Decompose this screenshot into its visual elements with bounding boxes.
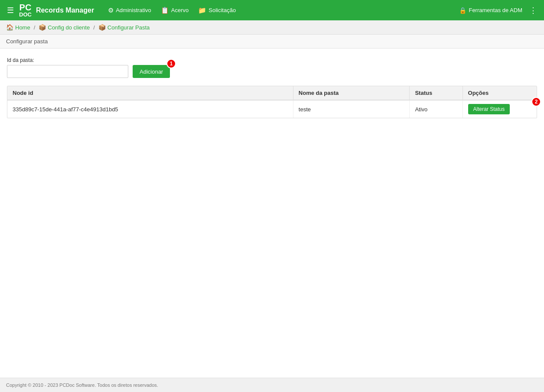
- clipboard-icon: 📁: [198, 6, 206, 14]
- nav-label-acervo: Acervo: [171, 7, 189, 13]
- adm-tools-link[interactable]: 🔒 Ferramentas de ADM: [459, 7, 522, 14]
- breadcrumb-separator-1: /: [34, 24, 36, 31]
- home-icon: 🏠: [6, 24, 13, 31]
- logo-doc-text: DOC: [19, 12, 32, 17]
- nav-item-solicitacao[interactable]: 📁 Solicitação: [194, 4, 240, 17]
- th-status: Status: [410, 86, 463, 100]
- breadcrumb-home-label: Home: [15, 24, 30, 31]
- nav-item-administrativo[interactable]: ⚙ Administrativo: [104, 4, 156, 17]
- table-body: 335d89c7-15de-441a-af77-c4e4913d1bd5 tes…: [7, 100, 537, 118]
- nav-label-administrativo: Administrativo: [116, 7, 151, 13]
- step-badge-1: 1: [166, 59, 176, 68]
- nav-item-acervo[interactable]: 📋 Acervo: [156, 4, 193, 17]
- alterar-status-button[interactable]: Alterar Status: [468, 104, 510, 114]
- breadcrumb-config-cliente-label: Config do cliente: [48, 24, 90, 31]
- cell-status: Ativo: [410, 100, 463, 118]
- more-options-icon[interactable]: ⋮: [527, 4, 540, 17]
- footer: Copyright © 2010 - 2023 PCDoc Software. …: [0, 378, 544, 392]
- pasta-table-container: Node id Nome da pasta Status Opções 335d…: [7, 86, 537, 118]
- adicionar-button-wrapper: Adicionar 1: [133, 65, 170, 78]
- breadcrumb-separator-2: /: [93, 24, 95, 31]
- pasta-table: Node id Nome da pasta Status Opções 335d…: [7, 86, 537, 118]
- nav-label-solicitacao: Solicitação: [208, 7, 236, 13]
- th-opcoes: Opções: [463, 86, 537, 100]
- lock-icon: 🔒: [459, 7, 466, 14]
- adm-label: Ferramentas de ADM: [469, 7, 522, 13]
- cell-node-id: 335d89c7-15de-441a-af77-c4e4913d1bd5: [7, 100, 293, 118]
- footer-text: Copyright © 2010 - 2023 PCDoc Software. …: [6, 382, 158, 388]
- hamburger-menu-icon[interactable]: ☰: [4, 4, 16, 17]
- th-node-id: Node id: [7, 86, 293, 100]
- main-content: Id da pasta: Adicionar 1 Node id Nome da…: [0, 49, 544, 378]
- page-header: Configurar pasta: [0, 35, 544, 49]
- breadcrumb-configurar-pasta[interactable]: 📦 Configurar Pasta: [98, 24, 150, 31]
- folder-icon: 📋: [161, 6, 169, 14]
- breadcrumb-home[interactable]: 🏠 Home: [6, 24, 30, 31]
- app-logo: PC DOC: [19, 3, 32, 17]
- form-area: Id da pasta: Adicionar 1: [7, 57, 537, 78]
- logo-pc-text: PC: [20, 3, 32, 12]
- topnav-right: 🔒 Ferramentas de ADM ⋮: [459, 4, 540, 17]
- id-pasta-field-group: Id da pasta:: [7, 57, 128, 78]
- app-title: Records Manager: [36, 6, 94, 14]
- id-pasta-input[interactable]: [7, 65, 128, 78]
- id-pasta-label: Id da pasta:: [7, 57, 128, 63]
- breadcrumb: 🏠 Home / 📦 Config do cliente / 📦 Configu…: [0, 20, 544, 35]
- box-icon-2: 📦: [98, 24, 106, 31]
- page-header-text: Configurar pasta: [6, 38, 48, 45]
- table-row: 335d89c7-15de-441a-af77-c4e4913d1bd5 tes…: [7, 100, 537, 118]
- top-navigation: ☰ PC DOC Records Manager ⚙ Administrativ…: [0, 0, 544, 20]
- step-badge-2: 2: [531, 97, 541, 107]
- gear-icon: ⚙: [108, 6, 114, 14]
- adicionar-button[interactable]: Adicionar: [133, 65, 170, 78]
- nav-items: ⚙ Administrativo 📋 Acervo 📁 Solicitação: [104, 4, 456, 17]
- th-nome-pasta: Nome da pasta: [293, 86, 410, 100]
- cell-nome-pasta: teste: [293, 100, 410, 118]
- cell-opcoes: Alterar Status 2: [463, 100, 537, 118]
- breadcrumb-configurar-pasta-label: Configurar Pasta: [107, 24, 150, 31]
- table-header: Node id Nome da pasta Status Opções: [7, 86, 537, 100]
- box-icon-1: 📦: [39, 24, 46, 31]
- breadcrumb-config-cliente[interactable]: 📦 Config do cliente: [39, 24, 90, 31]
